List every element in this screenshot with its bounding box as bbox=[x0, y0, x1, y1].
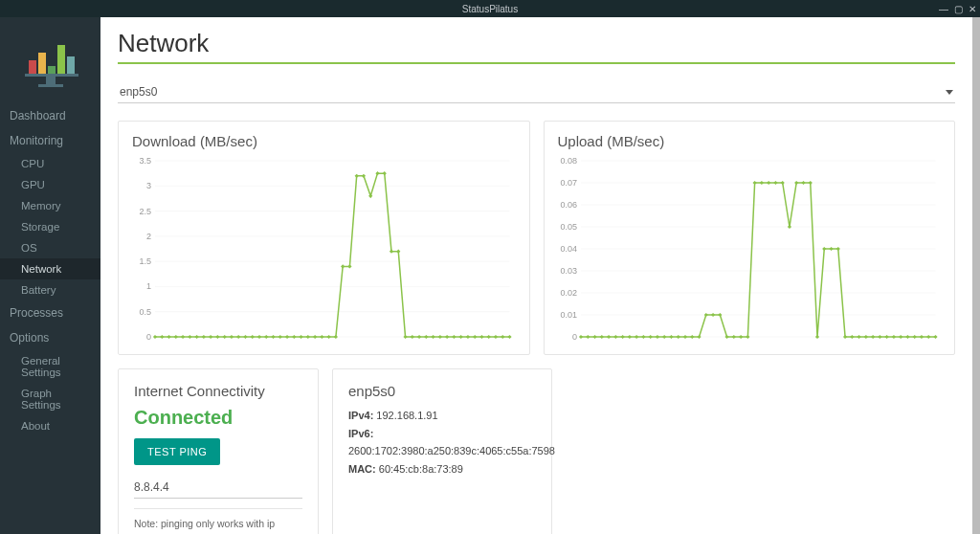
svg-rect-138 bbox=[884, 335, 888, 339]
download-chart-title: Download (MB/sec) bbox=[132, 133, 516, 149]
svg-rect-107 bbox=[669, 335, 673, 339]
svg-rect-113 bbox=[710, 313, 714, 317]
svg-rect-137 bbox=[878, 335, 881, 339]
upload-chart-title: Upload (MB/sec) bbox=[558, 133, 942, 149]
svg-rect-100 bbox=[620, 335, 624, 339]
svg-rect-1 bbox=[38, 53, 46, 74]
svg-rect-49 bbox=[327, 335, 331, 339]
svg-rect-70 bbox=[473, 335, 477, 339]
svg-rect-62 bbox=[417, 335, 421, 339]
svg-rect-122 bbox=[773, 181, 777, 185]
sidebar-item-storage[interactable]: Storage bbox=[0, 216, 100, 237]
svg-rect-132 bbox=[842, 335, 846, 339]
sidebar: DashboardMonitoringCPUGPUMemoryStorageOS… bbox=[0, 17, 100, 534]
sidebar-item-network[interactable]: Network bbox=[0, 258, 100, 279]
svg-rect-57 bbox=[383, 171, 387, 175]
svg-rect-133 bbox=[850, 335, 854, 339]
svg-rect-69 bbox=[466, 335, 470, 339]
svg-rect-38 bbox=[251, 335, 255, 339]
interface-details-card: enp5s0 IPv4: 192.168.1.91 IPv6: 2600:170… bbox=[332, 368, 552, 534]
sidebar-item-general-settings[interactable]: General Settings bbox=[0, 350, 100, 383]
svg-rect-54 bbox=[362, 174, 366, 178]
svg-rect-61 bbox=[411, 335, 414, 339]
sidebar-item-monitoring[interactable]: Monitoring bbox=[0, 128, 100, 153]
maximize-icon[interactable]: ▢ bbox=[954, 4, 963, 14]
svg-rect-53 bbox=[355, 174, 359, 178]
scrollbar[interactable] bbox=[972, 17, 980, 534]
svg-text:2: 2 bbox=[146, 232, 151, 241]
svg-rect-131 bbox=[835, 247, 839, 251]
svg-rect-48 bbox=[320, 335, 323, 339]
svg-rect-60 bbox=[403, 335, 407, 339]
svg-rect-99 bbox=[613, 335, 617, 339]
svg-rect-143 bbox=[919, 335, 923, 339]
svg-rect-126 bbox=[801, 181, 805, 185]
interface-select[interactable]: enp5s0 bbox=[118, 81, 955, 103]
sidebar-nav: DashboardMonitoringCPUGPUMemoryStorageOS… bbox=[0, 103, 100, 436]
svg-rect-47 bbox=[313, 335, 317, 339]
scrollbar-thumb[interactable] bbox=[972, 17, 980, 534]
svg-rect-145 bbox=[933, 335, 937, 339]
svg-rect-29 bbox=[188, 335, 191, 339]
window-controls: — ▢ ✕ bbox=[939, 4, 976, 14]
svg-rect-129 bbox=[822, 247, 826, 251]
sidebar-item-options[interactable]: Options bbox=[0, 325, 100, 350]
svg-rect-141 bbox=[905, 335, 909, 339]
svg-rect-128 bbox=[814, 335, 818, 339]
sidebar-item-dashboard[interactable]: Dashboard bbox=[0, 103, 100, 128]
svg-rect-140 bbox=[899, 335, 902, 339]
svg-rect-65 bbox=[438, 335, 442, 339]
app-logo bbox=[0, 17, 100, 103]
close-icon[interactable]: ✕ bbox=[969, 4, 976, 14]
svg-rect-117 bbox=[738, 335, 742, 339]
svg-text:0.04: 0.04 bbox=[560, 244, 577, 254]
svg-text:0: 0 bbox=[146, 332, 151, 342]
svg-rect-119 bbox=[752, 181, 756, 185]
svg-rect-136 bbox=[870, 335, 874, 339]
svg-text:0.06: 0.06 bbox=[560, 200, 577, 210]
svg-rect-50 bbox=[334, 335, 338, 339]
svg-rect-0 bbox=[29, 60, 36, 74]
svg-text:3: 3 bbox=[146, 181, 151, 190]
svg-rect-36 bbox=[236, 335, 240, 339]
svg-text:0: 0 bbox=[572, 332, 577, 342]
svg-text:1.5: 1.5 bbox=[140, 256, 152, 266]
minimize-icon[interactable]: — bbox=[939, 4, 948, 14]
svg-rect-59 bbox=[396, 250, 400, 254]
connectivity-card: Internet Connectivity Connected TEST PIN… bbox=[118, 368, 319, 534]
ipv6-value: 2600:1702:3980:a250:839c:4065:c55a:7598 bbox=[348, 445, 555, 456]
sidebar-item-cpu[interactable]: CPU bbox=[0, 153, 100, 174]
svg-rect-43 bbox=[285, 335, 289, 339]
sidebar-item-memory[interactable]: Memory bbox=[0, 195, 100, 216]
main-content: Network enp5s0 Download (MB/sec) 00.511.… bbox=[100, 17, 972, 534]
svg-rect-25 bbox=[160, 335, 164, 339]
sidebar-item-processes[interactable]: Processes bbox=[0, 300, 100, 325]
sidebar-item-gpu[interactable]: GPU bbox=[0, 174, 100, 195]
sidebar-item-os[interactable]: OS bbox=[0, 237, 100, 258]
svg-rect-102 bbox=[635, 335, 638, 339]
svg-text:0.5: 0.5 bbox=[140, 307, 152, 317]
svg-rect-44 bbox=[292, 335, 296, 339]
svg-rect-35 bbox=[230, 335, 234, 339]
svg-rect-94 bbox=[578, 335, 582, 339]
svg-rect-2 bbox=[48, 66, 56, 74]
sidebar-item-battery[interactable]: Battery bbox=[0, 279, 100, 300]
svg-text:0.03: 0.03 bbox=[560, 266, 577, 276]
sidebar-item-about[interactable]: About bbox=[0, 415, 100, 436]
svg-rect-130 bbox=[829, 247, 833, 251]
svg-rect-114 bbox=[718, 313, 722, 317]
svg-rect-98 bbox=[606, 335, 610, 339]
test-ping-button[interactable]: TEST PING bbox=[134, 438, 220, 465]
svg-rect-30 bbox=[194, 335, 198, 339]
svg-rect-26 bbox=[167, 335, 170, 339]
interface-select-value: enp5s0 bbox=[120, 85, 946, 99]
svg-rect-111 bbox=[697, 335, 701, 339]
svg-rect-32 bbox=[209, 335, 212, 339]
svg-rect-51 bbox=[341, 264, 345, 268]
sidebar-item-graph-settings[interactable]: Graph Settings bbox=[0, 383, 100, 415]
svg-rect-37 bbox=[243, 335, 247, 339]
svg-text:3.5: 3.5 bbox=[140, 156, 152, 166]
svg-rect-6 bbox=[46, 77, 56, 84]
svg-rect-101 bbox=[627, 335, 631, 339]
ping-ip-input[interactable] bbox=[134, 477, 302, 499]
